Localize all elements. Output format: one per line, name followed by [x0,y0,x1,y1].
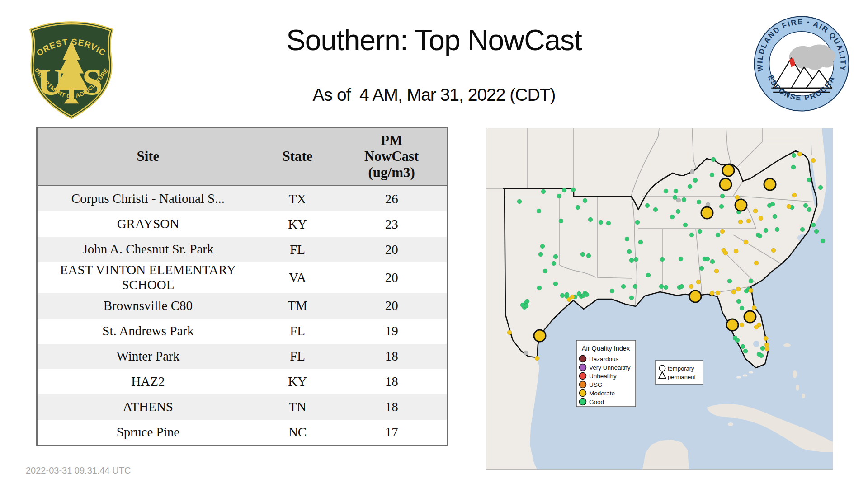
legend-swatch-hazardous [580,356,586,362]
good-site-dot [653,207,658,212]
moderate-site-dot [744,240,748,244]
good-site-dot [807,178,811,182]
good-site-dot [710,173,714,177]
state-cell: FL [259,319,337,344]
pm-value-cell: 26 [336,186,447,212]
good-site-dot [688,184,692,189]
good-site-dot [599,220,603,225]
col-header-site: Site [37,127,259,186]
good-site-dot [736,299,741,304]
site-cell: Winter Park [37,344,259,369]
good-site-dot [758,234,762,238]
good-site-dot [525,299,529,304]
good-site-dot [543,269,547,273]
moderate-site-dot [764,343,769,347]
state-cell: KY [259,211,337,237]
table-header-row: Site State PM NowCast (ug/m3) [37,127,448,186]
legend-swatch-moderate [580,390,586,397]
top-nowcast-table: Site State PM NowCast (ug/m3) Corpus Chr… [36,127,448,446]
moderate-site-dot [738,220,743,224]
good-site-dot [792,153,796,158]
moderate-site-dot [689,284,693,289]
good-site-dot [517,199,522,204]
legend-swatch-unhealthy [580,373,586,380]
good-site-dot [760,346,765,351]
pm-value-cell: 20 [336,262,447,293]
legend-swatch-very-unhealthy [580,364,586,371]
good-site-dot [693,178,698,183]
temporary-label: temporary [668,365,694,372]
legend-swatch-good [580,399,586,405]
state-cell: FL [259,344,337,369]
moderate-site-dot [754,261,759,265]
aqi-map: Air Quality Index HazardousVery Unhealth… [486,128,833,470]
good-site-dot [606,221,611,225]
marker-type-legend: temporary permanent [655,361,703,384]
pm-value-cell: 18 [336,344,447,369]
good-site-dot [565,292,569,297]
lake-okeechobee [753,341,760,347]
moderate-site-dot [797,152,802,156]
top-site-marker [701,207,713,219]
good-site-dot [821,239,825,243]
top-site-marker [726,319,738,331]
good-site-dot [664,189,668,193]
state-cell: VA [259,262,337,293]
good-site-dot [541,189,546,194]
good-site-dot [735,338,740,343]
good-site-dot [660,257,665,262]
top-site-marker [764,178,776,190]
good-site-dot [775,227,779,232]
site-cell: Brownsville C80 [37,293,259,319]
good-site-dot [524,304,528,308]
state-cell: TM [259,293,337,319]
good-site-dot [705,257,710,261]
good-site-dot [583,198,587,203]
moderate-site-dot [714,269,719,273]
good-site-dot [552,261,556,266]
report-slide: FOREST SERVICE U S DEPARTMENT OF AGRICUL… [0,0,868,488]
moderate-site-dot [771,248,776,253]
good-site-dot [625,237,629,241]
moderate-site-dot [764,336,768,341]
good-site-dot [683,223,688,227]
good-site-dot [576,205,580,210]
good-site-dot [629,296,634,300]
top-site-marker [720,178,731,190]
page-subtitle: As of 4 AM, Mar 31, 2022 (CDT) [163,85,705,105]
col-header-pm: PM NowCast (ug/m3) [336,127,447,186]
good-site-dot [740,306,744,310]
site-cell: Corpus Christi - National S... [37,186,259,212]
good-site-dot [560,293,565,298]
table-row: GRAYSONKY23 [37,211,448,237]
moderate-site-dot [696,280,701,284]
moderate-site-dot [792,193,797,197]
legend-label: Moderate [589,390,615,397]
good-site-dot [697,200,701,204]
top-site-marker [744,311,756,323]
moderate-site-dot [740,323,744,327]
legend-label: Hazardous [589,356,619,362]
moderate-site-dot [752,305,756,310]
good-site-dot [759,353,764,358]
good-site-dot [627,249,632,254]
legend-swatch-usg [580,381,586,388]
missing-site-dot [676,198,681,202]
good-site-dot [557,194,561,198]
good-site-dot [679,284,684,289]
good-site-dot [634,257,638,262]
good-site-dot [638,240,643,244]
good-site-dot [764,228,768,233]
good-site-dot [659,284,664,289]
good-site-dot [646,273,651,277]
missing-site-dot [524,351,528,355]
table-row: ATHENSTN18 [37,394,448,420]
good-site-dot [577,291,581,296]
good-site-dot [553,254,558,259]
table-row: Brownsville C80TM20 [37,293,448,319]
wfaqrp-logo: WILDLAND FIRE • AIR QUALITY RESPONSE PRO… [753,15,850,112]
moderate-site-dot [716,291,720,295]
pm-value-cell: 20 [336,237,447,262]
moderate-site-dot [723,251,728,255]
good-site-dot [629,258,634,263]
